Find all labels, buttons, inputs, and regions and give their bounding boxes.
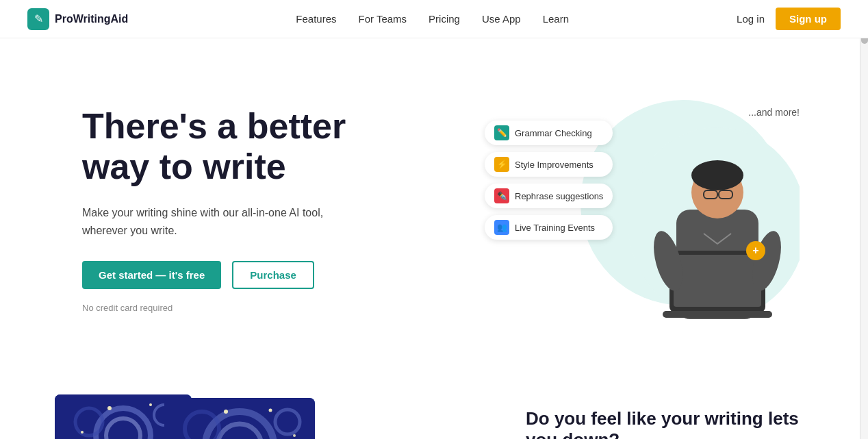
section-two-heading: Do you feel like your writing lets you d… — [526, 408, 813, 439]
nav-item-pricing[interactable]: Pricing — [429, 13, 460, 25]
chip-grammar: ✏️ Grammar Checking — [485, 121, 613, 145]
training-icon: 👥 — [494, 220, 509, 235]
hero-heading: There's a better way to write — [82, 106, 356, 188]
svg-point-32 — [224, 410, 228, 414]
svg-rect-8 — [674, 255, 761, 307]
svg-rect-9 — [663, 311, 772, 318]
nav-item-learn[interactable]: Learn — [543, 13, 569, 25]
artwork-card-2 — [164, 398, 315, 439]
page-scrollbar[interactable] — [860, 0, 868, 439]
hero-illustration: ...and more! ✏️ Grammar Checking ⚡ Style… — [485, 79, 813, 340]
nav-actions: Log in Sign up — [737, 8, 841, 30]
svg-point-23 — [81, 431, 84, 434]
section-two: My idea in my head — [0, 367, 868, 439]
svg-text:+: + — [752, 244, 758, 256]
grammar-icon: ✏️ — [494, 125, 509, 140]
svg-point-21 — [149, 403, 152, 406]
nav-item-features[interactable]: Features — [296, 13, 336, 25]
get-started-button[interactable]: Get started — it's free — [82, 261, 221, 289]
logo-icon: ✎ — [27, 8, 49, 30]
section-two-content: Do you feel like your writing lets you d… — [526, 394, 813, 439]
navbar: ✎ ProWritingAid Features For Teams Prici… — [0, 0, 868, 38]
hero-section: There's a better way to write Make your … — [0, 38, 868, 367]
hero-person-svg: + — [608, 86, 800, 333]
chip-style: ⚡ Style Improvements — [485, 152, 613, 177]
nav-links: Features For Teams Pricing Use App Learn — [296, 13, 569, 25]
chip-training-label: Live Training Events — [515, 223, 595, 233]
section-two-artwork: My idea in my head — [55, 394, 342, 439]
hero-content: There's a better way to write Make your … — [82, 106, 356, 314]
brand-logo[interactable]: ✎ ProWritingAid — [27, 8, 128, 30]
hero-subtext: Make your writing shine with our all-in-… — [82, 204, 356, 239]
svg-point-34 — [293, 434, 296, 437]
style-icon: ⚡ — [494, 157, 509, 172]
svg-point-20 — [107, 406, 112, 410]
login-button[interactable]: Log in — [737, 13, 765, 25]
artwork-stack: My idea in my head — [55, 394, 315, 439]
brand-name: ProWritingAid — [55, 13, 128, 25]
chip-training: 👥 Live Training Events — [485, 215, 613, 240]
feature-chips: ✏️ Grammar Checking ⚡ Style Improvements… — [485, 121, 613, 240]
nav-item-for-teams[interactable]: For Teams — [359, 13, 407, 25]
signup-button[interactable]: Sign up — [776, 8, 841, 30]
chip-grammar-label: Grammar Checking — [515, 128, 592, 138]
rephrase-icon: ✒️ — [494, 188, 509, 203]
svg-point-3 — [691, 160, 743, 190]
chip-rephrase: ✒️ Rephrase suggestions — [485, 184, 613, 208]
svg-point-33 — [269, 409, 272, 412]
no-credit-text: No credit card required — [82, 303, 356, 313]
nav-item-use-app[interactable]: Use App — [482, 13, 521, 25]
chip-rephrase-label: Rephrase suggestions — [515, 191, 603, 201]
purchase-button[interactable]: Purchase — [232, 261, 314, 289]
hero-buttons: Get started — it's free Purchase — [82, 261, 356, 289]
chip-style-label: Style Improvements — [515, 160, 593, 170]
